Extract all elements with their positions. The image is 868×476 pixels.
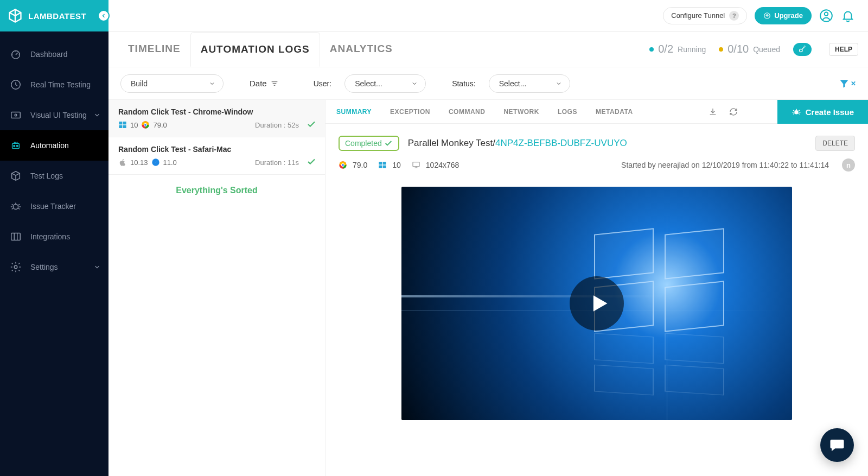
stats: 0/2 Running 0/10 Queued HELP bbox=[649, 43, 858, 56]
sidebar-item-settings[interactable]: Settings bbox=[0, 252, 108, 282]
sidebar-item-label: Dashboard bbox=[30, 50, 68, 59]
running-label: Running bbox=[678, 45, 706, 54]
sidebar-collapse-button[interactable] bbox=[98, 10, 110, 22]
sidebar-item-realtime[interactable]: Real Time Testing bbox=[0, 69, 108, 100]
gauge-icon bbox=[10, 48, 22, 60]
sorted-message: Everything's Sorted bbox=[108, 175, 325, 206]
check-icon bbox=[307, 157, 316, 167]
content: Random Click Test - Chrome-Window 10 79.… bbox=[108, 100, 868, 476]
status-badge: Completed bbox=[339, 136, 399, 151]
play-icon bbox=[586, 291, 610, 315]
test-id[interactable]: 4NP4Z-BEFBB-DUBFZ-UVUYO bbox=[495, 138, 627, 148]
key-icon bbox=[798, 45, 807, 54]
detail-actions bbox=[709, 107, 738, 116]
check-icon bbox=[384, 139, 393, 148]
chevron-down-icon bbox=[93, 263, 101, 271]
dtab-logs[interactable]: LOGS bbox=[558, 108, 577, 116]
upgrade-button[interactable]: Upgrade bbox=[755, 7, 812, 24]
os-version: 10.13 bbox=[130, 158, 148, 167]
status-select[interactable]: Select... bbox=[489, 74, 570, 93]
upgrade-label: Upgrade bbox=[774, 11, 803, 20]
dtab-metadata[interactable]: METADATA bbox=[596, 108, 633, 116]
running-count: 0/2 bbox=[658, 43, 673, 55]
grid-icon bbox=[10, 231, 22, 243]
gear-icon bbox=[10, 261, 22, 273]
tabs: TIMELINE AUTOMATION LOGS ANALYTICS bbox=[118, 32, 403, 66]
sidebar-item-testlogs[interactable]: Test Logs bbox=[0, 161, 108, 191]
user-profile-icon[interactable] bbox=[819, 9, 833, 23]
sidebar-item-automation[interactable]: Automation bbox=[0, 130, 108, 161]
configure-tunnel-button[interactable]: Configure Tunnel ? bbox=[663, 7, 747, 24]
sidebar-item-label: Real Time Testing bbox=[30, 80, 91, 89]
build-select[interactable]: Build bbox=[120, 74, 224, 93]
sidebar-item-label: Issue Tracker bbox=[30, 202, 76, 211]
svg-point-29 bbox=[342, 164, 344, 166]
dtab-network[interactable]: NETWORK bbox=[503, 108, 539, 116]
tab-automation-logs[interactable]: AUTOMATION LOGS bbox=[190, 32, 320, 67]
chat-fab[interactable] bbox=[820, 428, 854, 462]
started-by: Started by neerajlad on 12/10/2019 from … bbox=[621, 161, 829, 169]
play-button[interactable] bbox=[570, 276, 624, 331]
robot-icon bbox=[10, 139, 22, 151]
create-issue-button[interactable]: Create Issue bbox=[777, 100, 868, 124]
svg-point-5 bbox=[14, 145, 15, 147]
sidebar-item-label: Visual UI Testing bbox=[30, 111, 87, 119]
help-button[interactable]: HELP bbox=[829, 43, 858, 56]
dtab-command[interactable]: COMMAND bbox=[449, 108, 486, 116]
svg-rect-16 bbox=[119, 125, 122, 128]
summary-env: 79.0 10 1024x768 Started by neerajlad on… bbox=[339, 158, 855, 172]
test-duration: Duration : 52s bbox=[255, 121, 299, 129]
upgrade-icon bbox=[763, 12, 771, 20]
detail-tabs: SUMMARY EXCEPTION COMMAND NETWORK LOGS M… bbox=[326, 100, 868, 124]
chrome-icon bbox=[141, 120, 150, 129]
logo-icon bbox=[8, 8, 23, 23]
test-title: Random Click Test - Safari-Mac bbox=[118, 145, 315, 154]
tab-timeline[interactable]: TIMELINE bbox=[118, 32, 190, 66]
page-title: LAMBDATEST bbox=[28, 11, 86, 21]
svg-point-24 bbox=[794, 110, 799, 115]
windows-icon bbox=[118, 120, 127, 129]
queued-label: Queued bbox=[753, 45, 780, 54]
test-name: Parallel Monkey Test/4NP4Z-BEFBB-DUBFZ-U… bbox=[408, 138, 627, 149]
svg-point-12 bbox=[825, 12, 828, 16]
date-label: Date bbox=[250, 79, 267, 88]
sidebar-item-integrations[interactable]: Integrations bbox=[0, 221, 108, 252]
download-icon[interactable] bbox=[709, 107, 717, 116]
svg-rect-17 bbox=[123, 125, 126, 128]
sidebar-item-label: Test Logs bbox=[30, 172, 63, 180]
user-label: User: bbox=[314, 79, 331, 88]
topbar: Configure Tunnel ? Upgrade bbox=[108, 0, 868, 31]
dtab-exception[interactable]: EXCEPTION bbox=[390, 108, 430, 116]
tab-analytics[interactable]: ANALYTICS bbox=[320, 32, 403, 66]
main: Configure Tunnel ? Upgrade TIMELINE AUTO… bbox=[108, 0, 868, 476]
sidebar-item-visual[interactable]: Visual UI Testing bbox=[0, 100, 108, 130]
sidebar-item-issuetracker[interactable]: Issue Tracker bbox=[0, 191, 108, 221]
sidebar-item-dashboard[interactable]: Dashboard bbox=[0, 39, 108, 69]
monitor-icon bbox=[412, 161, 420, 169]
access-key-button[interactable] bbox=[793, 43, 812, 56]
sidebar-item-label: Integrations bbox=[30, 232, 70, 241]
user-select[interactable]: Select... bbox=[344, 74, 426, 93]
refresh-icon[interactable] bbox=[729, 107, 738, 116]
date-filter[interactable]: Date bbox=[250, 79, 279, 88]
svg-rect-34 bbox=[413, 162, 419, 167]
svg-point-0 bbox=[12, 51, 20, 59]
os-version: 10 bbox=[392, 161, 401, 169]
safari-icon bbox=[151, 158, 160, 167]
chevron-down-icon bbox=[556, 80, 562, 87]
build-value: Build bbox=[131, 79, 148, 88]
browser-version: 79.0 bbox=[153, 121, 167, 129]
session-video[interactable] bbox=[401, 187, 792, 420]
tunnel-label: Configure Tunnel bbox=[671, 11, 725, 20]
clear-filter-button[interactable]: ✕ bbox=[839, 78, 856, 89]
delete-button[interactable]: DELETE bbox=[815, 136, 855, 151]
test-item[interactable]: Random Click Test - Safari-Mac 10.13 11.… bbox=[108, 137, 325, 175]
test-title: Random Click Test - Chrome-Window bbox=[118, 107, 315, 116]
test-item[interactable]: Random Click Test - Chrome-Window 10 79.… bbox=[108, 100, 325, 137]
svg-point-13 bbox=[800, 49, 802, 52]
status-text: Completed bbox=[345, 139, 382, 148]
notification-bell-icon[interactable] bbox=[841, 9, 855, 23]
dtab-summary[interactable]: SUMMARY bbox=[336, 108, 372, 116]
browser-version: 11.0 bbox=[163, 158, 177, 167]
test-name-prefix: Parallel Monkey Test/ bbox=[408, 138, 495, 148]
